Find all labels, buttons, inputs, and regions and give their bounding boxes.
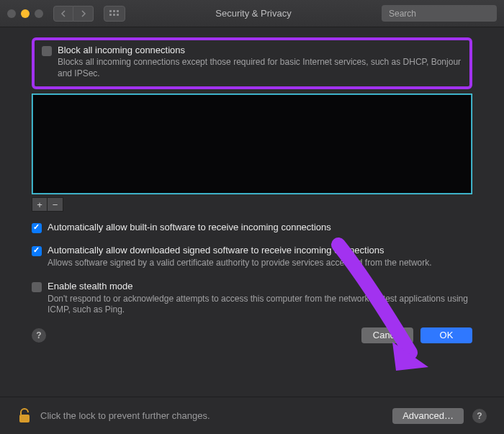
search-field-wrap[interactable] xyxy=(382,5,497,22)
block-all-checkbox[interactable] xyxy=(42,46,52,56)
window-footer: Click the lock to prevent further change… xyxy=(0,397,504,434)
auto-signed-label: Automatically allow downloaded signed so… xyxy=(48,245,384,256)
show-all-button[interactable] xyxy=(104,6,125,22)
svg-rect-2 xyxy=(117,10,119,12)
back-button[interactable] xyxy=(53,6,73,22)
svg-rect-3 xyxy=(109,14,112,16)
svg-rect-5 xyxy=(117,14,119,16)
add-button[interactable]: + xyxy=(32,197,48,212)
auto-builtin-checkbox[interactable] xyxy=(32,223,42,233)
stealth-label: Enable stealth mode xyxy=(48,281,133,291)
svg-rect-1 xyxy=(113,10,115,12)
auto-builtin-label: Automatically allow built-in software to… xyxy=(48,222,331,232)
add-remove-group: + − xyxy=(32,197,472,212)
ok-button[interactable]: OK xyxy=(420,327,472,343)
minimize-window-icon[interactable] xyxy=(21,9,30,18)
sheet-buttons: ? Cancel OK xyxy=(32,327,472,343)
close-window-icon[interactable] xyxy=(7,9,16,18)
app-list[interactable] xyxy=(32,94,472,194)
stealth-desc: Don't respond to or acknowledge attempts… xyxy=(48,294,472,316)
lock-text: Click the lock to prevent further change… xyxy=(40,410,210,421)
zoom-window-icon[interactable] xyxy=(35,9,43,18)
nav-buttons xyxy=(53,6,94,22)
titlebar: Security & Privacy xyxy=(0,0,504,27)
highlight-block-all: Block all incoming connections Blocks al… xyxy=(32,37,472,89)
advanced-button[interactable]: Advanced… xyxy=(392,408,464,424)
svg-rect-4 xyxy=(113,14,115,16)
auto-signed-checkbox[interactable] xyxy=(32,246,42,256)
auto-signed-desc: Allows software signed by a valid certif… xyxy=(48,258,472,269)
search-input[interactable] xyxy=(389,9,497,19)
svg-rect-0 xyxy=(109,10,112,12)
forward-button[interactable] xyxy=(73,6,94,22)
block-all-desc: Blocks all incoming connections except t… xyxy=(58,57,462,79)
window-title: Security & Privacy xyxy=(131,8,376,19)
cancel-button[interactable]: Cancel xyxy=(361,327,413,343)
help-button[interactable]: ? xyxy=(32,328,46,343)
sheet-content: Block all incoming connections Blocks al… xyxy=(0,27,504,351)
svg-rect-8 xyxy=(19,415,30,422)
footer-help-button[interactable]: ? xyxy=(472,409,487,423)
stealth-checkbox[interactable] xyxy=(32,282,42,292)
lock-icon[interactable] xyxy=(17,407,32,425)
window-controls xyxy=(7,9,43,18)
remove-button[interactable]: − xyxy=(48,197,63,212)
block-all-label: Block all incoming connections xyxy=(58,45,462,55)
